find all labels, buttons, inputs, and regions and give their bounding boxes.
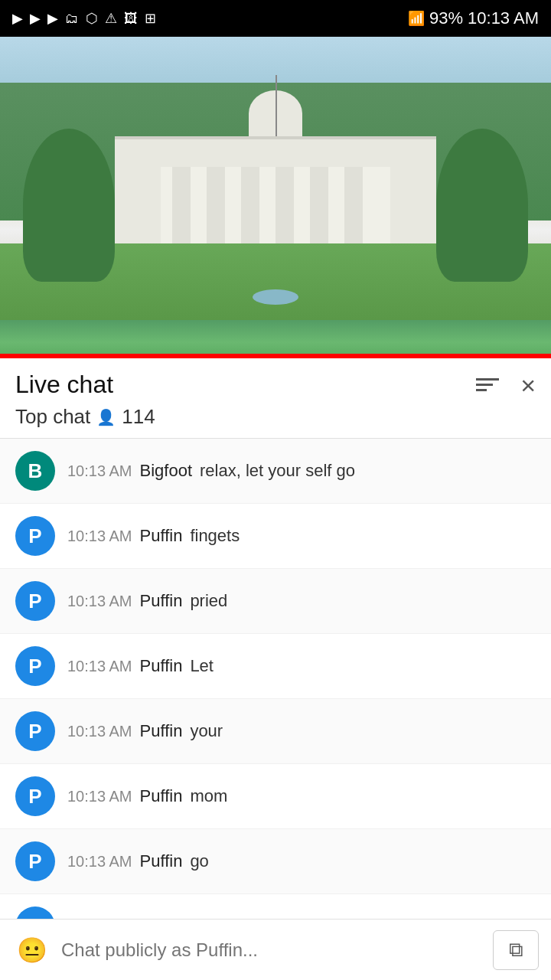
time-label: 10:13 AM	[468, 8, 539, 28]
close-button[interactable]: ×	[520, 372, 536, 398]
chat-content: 10:13 AMPuffinfingets	[67, 526, 536, 546]
notification-icons: ▶ ▶ ▶ 🗂 ⬡ ⚠ 🖼 ⊞	[12, 10, 158, 27]
chat-username: Puffin	[140, 786, 183, 806]
avatar: P	[15, 711, 55, 751]
tree-right	[436, 129, 528, 282]
send-icon: ⧉	[509, 938, 523, 962]
chat-username: Puffin	[140, 526, 183, 546]
top-chat-row: Top chat 👤 114	[15, 405, 536, 438]
chat-message: go	[190, 851, 208, 871]
chat-time: 10:13 AM	[67, 853, 132, 871]
chat-row[interactable]: P10:13 AMPuffinmom	[0, 764, 551, 829]
live-chat-header: Live chat × Top chat 👤 114	[0, 358, 551, 439]
chat-message: pried	[190, 591, 227, 611]
chat-content: 10:13 AMPuffinyour	[67, 721, 536, 741]
status-bar-left: ▶ ▶ ▶ 🗂 ⬡ ⚠ 🖼 ⊞	[12, 10, 158, 27]
viewer-count: 114	[122, 405, 155, 429]
chat-content: 10:13 AMPuffinLet	[67, 656, 536, 676]
live-chat-title-row: Live chat ×	[15, 371, 536, 399]
avatar: P	[15, 516, 55, 556]
live-chat-title: Live chat	[15, 371, 113, 399]
chat-username: Bigfoot	[140, 461, 193, 481]
emoji-button[interactable]: 😐	[12, 930, 52, 970]
chat-message: Let	[190, 656, 214, 676]
chat-content: 10:13 AMPuffinmom	[67, 786, 536, 806]
chat-message: your	[190, 721, 223, 741]
fountain	[253, 289, 298, 305]
avatar: P	[15, 581, 55, 621]
chat-row[interactable]: P10:13 AMPuffinyour	[0, 699, 551, 764]
filter-line-2	[476, 384, 493, 386]
status-bar: ▶ ▶ ▶ 🗂 ⬡ ⚠ 🖼 ⊞ 📶 93% 10:13 AM	[0, 0, 551, 37]
filter-button[interactable]	[473, 375, 502, 394]
top-chat-label: Top chat	[15, 405, 90, 429]
chat-username: Puffin	[140, 591, 183, 611]
flagpole	[276, 75, 277, 136]
chat-row[interactable]: P10:13 AMPuffinpried	[0, 569, 551, 634]
send-button[interactable]: ⧉	[493, 930, 539, 970]
chat-content: 10:13 AMPuffinpried	[67, 591, 536, 611]
chat-content: 10:13 AMBigfootrelax, let your self go	[67, 461, 536, 481]
avatar: B	[15, 451, 55, 491]
chat-row[interactable]: B10:13 AMBigfootrelax, let your self go	[0, 439, 551, 504]
wifi-icon: 📶	[408, 10, 425, 27]
chat-message: fingets	[190, 526, 240, 546]
battery-label: 93%	[429, 8, 463, 28]
video-thumbnail[interactable]	[0, 37, 551, 358]
chat-time: 10:13 AM	[67, 528, 132, 545]
avatar: P	[15, 776, 55, 816]
chat-message: relax, let your self go	[200, 461, 355, 481]
tree-left	[23, 129, 115, 282]
chat-content: 10:13 AMPuffingo	[67, 851, 536, 871]
chat-username: Puffin	[140, 656, 183, 676]
video-frame	[0, 37, 551, 358]
progress-bar[interactable]	[0, 354, 551, 358]
chat-row[interactable]: P10:13 AMPuffinfingets	[0, 504, 551, 569]
chat-message: mom	[190, 786, 227, 806]
avatar: P	[15, 646, 55, 686]
chat-row[interactable]: P10:13 AMPuffinLet	[0, 634, 551, 699]
chat-username: Puffin	[140, 851, 183, 871]
chat-username: Puffin	[140, 721, 183, 741]
main-content: Live chat × Top chat 👤 114 B10:13 AMBigf…	[0, 358, 551, 980]
viewer-icon: 👤	[96, 408, 116, 426]
filter-line-3	[476, 389, 487, 391]
chat-time: 10:13 AM	[67, 723, 132, 740]
chat-list: B10:13 AMBigfootrelax, let your self goP…	[0, 439, 551, 959]
chat-time: 10:13 AM	[67, 462, 132, 480]
chat-time: 10:13 AM	[67, 593, 132, 610]
chat-time: 10:13 AM	[67, 788, 132, 805]
chat-time: 10:13 AM	[67, 658, 132, 675]
status-bar-right: 📶 93% 10:13 AM	[408, 8, 539, 28]
chat-input-bar: 😐 ⧉	[0, 919, 551, 980]
avatar: P	[15, 841, 55, 881]
filter-line-1	[476, 378, 499, 381]
header-icons: ×	[473, 372, 536, 398]
chat-input[interactable]	[61, 930, 484, 970]
chat-row[interactable]: P10:13 AMPuffingo	[0, 829, 551, 894]
